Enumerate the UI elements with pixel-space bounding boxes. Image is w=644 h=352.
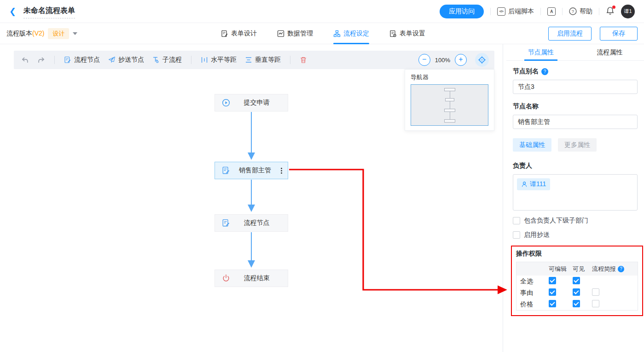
- undo-button[interactable]: [19, 56, 31, 64]
- name-input[interactable]: [513, 115, 638, 129]
- help-button[interactable]: ? 帮助: [569, 7, 592, 16]
- tab-flow-properties[interactable]: 流程属性: [575, 44, 644, 60]
- back-icon[interactable]: ❮: [9, 7, 16, 16]
- perm-row-price: 价格: [516, 299, 638, 310]
- alias-help-icon[interactable]: ?: [541, 68, 548, 75]
- checkbox-price-brief[interactable]: [592, 300, 599, 307]
- name-label: 节点名称: [513, 102, 539, 111]
- divider: [54, 56, 55, 64]
- cc-checkbox-row: 启用抄送: [513, 231, 638, 239]
- app-header: ❮ 未命名流程表单 应用访问 </> 后端脚本 Ａ ? 帮助 谭1: [0, 0, 644, 23]
- main-area: 流程节点 抄送节点 子流程 水平等距 垂直等距: [0, 44, 644, 352]
- brief-help-icon[interactable]: ?: [618, 266, 624, 272]
- tab-label: 流程设定: [343, 29, 369, 38]
- chevron-down-icon[interactable]: [73, 32, 77, 35]
- checkbox-all-editable[interactable]: [549, 277, 556, 284]
- add-flow-node-button[interactable]: 流程节点: [62, 56, 102, 64]
- canvas-toolbar: 流程节点 抄送节点 子流程 水平等距 垂直等距: [14, 51, 494, 69]
- flow-node-icon: [64, 56, 71, 64]
- delete-button[interactable]: [298, 56, 309, 64]
- alias-label: 节点别名: [513, 67, 539, 76]
- owner-box[interactable]: 谭111: [513, 174, 638, 211]
- enable-flow-button[interactable]: 启用流程: [548, 27, 592, 41]
- node-label: 流程结束: [230, 274, 283, 282]
- version-label: 流程版本: [6, 29, 32, 37]
- v-distribute-button[interactable]: 垂直等距: [243, 56, 283, 64]
- sub-dept-checkbox[interactable]: [513, 217, 520, 224]
- checkbox-price-editable[interactable]: [549, 300, 556, 307]
- cc-checkbox[interactable]: [513, 231, 520, 239]
- mini-node: [444, 109, 455, 112]
- save-button[interactable]: 保存: [600, 27, 638, 41]
- mini-connector: [450, 88, 450, 122]
- notification-bell-icon[interactable]: [606, 6, 615, 17]
- translate-button[interactable]: Ａ: [547, 7, 556, 16]
- play-circle-icon: [222, 99, 230, 107]
- tab-form-settings[interactable]: 表单设置: [389, 23, 425, 44]
- property-buttons: 基础属性 更多属性: [513, 138, 638, 152]
- version-area: 流程版本(V2) 设计: [6, 28, 77, 39]
- perm-row-reason: 事由: [516, 287, 638, 299]
- node-label: 销售部主管: [230, 166, 280, 175]
- alias-input[interactable]: [513, 80, 638, 94]
- tab-flow-setting[interactable]: 流程设定: [333, 23, 369, 44]
- permissions-section: 操作权限 可编辑 可见 流程简报? 全选 事由: [511, 246, 643, 316]
- node-end[interactable]: 流程结束: [215, 270, 288, 287]
- checkbox-all-visible[interactable]: [573, 277, 580, 284]
- tab-data-manage[interactable]: 数据管理: [277, 23, 313, 44]
- backend-script-button[interactable]: </> 后端脚本: [497, 7, 534, 16]
- divider: [599, 8, 599, 15]
- zoom-level: 100%: [435, 57, 450, 64]
- flow-canvas[interactable]: 流程节点 抄送节点 子流程 水平等距 垂直等距: [0, 44, 503, 352]
- divider: [191, 56, 191, 64]
- main-tabs: 表单设计 数据管理 流程设定 表单设置: [221, 23, 425, 44]
- avatar[interactable]: 谭1: [621, 5, 635, 18]
- tab-label: 数据管理: [287, 29, 313, 38]
- col-visible: 可见: [573, 265, 592, 273]
- power-icon: [222, 274, 230, 282]
- backend-script-label: 后端脚本: [508, 7, 534, 16]
- redo-button[interactable]: [35, 56, 47, 64]
- name-label-row: 节点名称: [513, 102, 638, 111]
- mini-node: [444, 88, 455, 91]
- crosshair-icon: [478, 56, 486, 64]
- tab-form-design[interactable]: 表单设计: [221, 23, 257, 44]
- checkbox-price-visible[interactable]: [573, 300, 580, 307]
- form-edit-icon: [222, 166, 230, 175]
- redo-icon: [37, 56, 45, 64]
- basic-props-button[interactable]: 基础属性: [513, 138, 551, 152]
- add-cc-node-button[interactable]: 抄送节点: [106, 56, 146, 64]
- divider: [290, 56, 290, 64]
- more-props-button[interactable]: 更多属性: [558, 138, 597, 152]
- permissions-title: 操作权限: [516, 250, 638, 258]
- col-brief: 流程简报: [592, 265, 616, 273]
- zoom-out-button[interactable]: −: [418, 54, 430, 66]
- checkbox-reason-editable[interactable]: [549, 288, 556, 296]
- tab-node-properties[interactable]: 节点属性: [506, 44, 575, 60]
- locate-button[interactable]: [475, 53, 489, 67]
- permissions-table: 可编辑 可见 流程简报? 全选 事由: [516, 262, 638, 311]
- owner-tag[interactable]: 谭111: [517, 178, 550, 190]
- divider: [562, 8, 563, 15]
- zoom-in-button[interactable]: +: [455, 54, 467, 66]
- checkbox-reason-visible[interactable]: [573, 288, 580, 296]
- divider: [490, 8, 491, 15]
- add-subflow-button[interactable]: 子流程: [151, 56, 184, 64]
- node-menu-icon[interactable]: [280, 167, 283, 175]
- app-access-button[interactable]: 应用访问: [440, 5, 484, 18]
- tab-label: 表单设计: [231, 29, 257, 38]
- node-submit[interactable]: 提交申请: [215, 94, 288, 111]
- checkbox-reason-brief[interactable]: [592, 288, 599, 296]
- tab-label: 表单设置: [400, 29, 425, 38]
- h-distribute-icon: [201, 56, 208, 64]
- row-label: 价格: [516, 300, 549, 309]
- navigator-minimap[interactable]: [411, 84, 488, 126]
- node-flow[interactable]: 流程节点: [215, 214, 288, 232]
- help-icon: ?: [569, 7, 577, 15]
- h-distribute-button[interactable]: 水平等距: [199, 56, 238, 64]
- node-label: 流程节点: [230, 219, 283, 227]
- svg-text:?: ?: [572, 9, 574, 14]
- design-badge[interactable]: 设计: [48, 28, 69, 39]
- node-sales-manager[interactable]: 销售部主管: [215, 162, 288, 179]
- alias-label-row: 节点别名 ?: [513, 67, 638, 76]
